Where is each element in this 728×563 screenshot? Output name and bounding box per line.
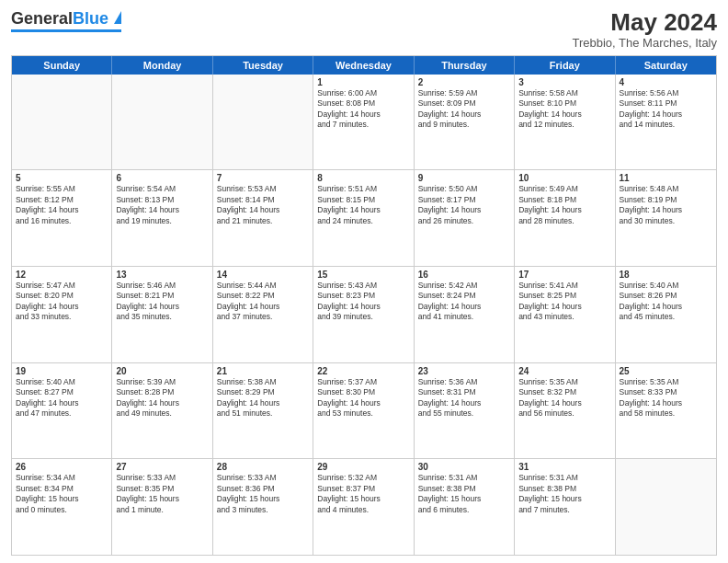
cell-text: Sunset: 8:09 PM [418,98,510,109]
cell-text: Daylight: 14 hours [620,398,712,408]
cell-text: Sunrise: 5:40 AM [16,377,108,387]
calendar-body: 1Sunrise: 6:00 AMSunset: 8:08 PMDaylight… [12,75,716,555]
day-number: 12 [16,270,108,280]
day-number: 15 [317,270,409,280]
calendar: SundayMondayTuesdayWednesdayThursdayFrid… [11,55,717,556]
cell-text: Daylight: 14 hours [16,398,108,408]
day-number: 5 [16,173,108,183]
cell-text: Daylight: 14 hours [116,205,208,215]
cell-text: Sunset: 8:19 PM [620,195,712,205]
cell-text: and 7 minutes. [518,505,610,515]
cell-text: Daylight: 14 hours [16,205,108,215]
cell-text: Sunrise: 6:00 AM [317,88,409,98]
page: General Blue May 2024 Trebbio, The March… [0,0,728,563]
cell-text: Sunrise: 5:43 AM [317,281,409,291]
day-number: 1 [317,77,409,87]
cell-text: Sunrise: 5:35 AM [620,377,712,387]
cell-text: and 35 minutes. [116,312,208,322]
day-cell-empty-4-6 [616,459,716,555]
logo-blue: Blue [73,9,121,29]
cell-text: Sunset: 8:13 PM [116,195,208,205]
cell-text: and 3 minutes. [217,505,309,515]
cell-text: Sunrise: 5:53 AM [217,184,309,194]
cell-text: Sunrise: 5:33 AM [116,473,208,483]
cell-text: and 28 minutes. [518,216,610,226]
cell-text: Sunrise: 5:50 AM [418,184,510,194]
day-cell-13: 13Sunrise: 5:46 AMSunset: 8:21 PMDayligh… [112,267,212,362]
day-cell-22: 22Sunrise: 5:37 AMSunset: 8:30 PMDayligh… [313,363,414,459]
day-cell-16: 16Sunrise: 5:42 AMSunset: 8:24 PMDayligh… [415,267,515,362]
day-cell-5: 5Sunrise: 5:55 AMSunset: 8:12 PMDaylight… [12,170,112,266]
cell-text: and 47 minutes. [16,408,108,419]
cell-text: Sunrise: 5:32 AM [317,473,409,483]
cell-text: Sunset: 8:37 PM [317,484,409,494]
cell-text: and 39 minutes. [317,312,409,322]
day-header-monday: Monday [112,56,212,75]
cell-text: Sunset: 8:34 PM [16,484,108,494]
day-cell-19: 19Sunrise: 5:40 AMSunset: 8:27 PMDayligh… [12,363,112,459]
day-number: 17 [518,270,610,280]
cell-text: Daylight: 15 hours [217,494,309,504]
day-cell-28: 28Sunrise: 5:33 AMSunset: 8:36 PMDayligh… [213,459,313,555]
day-header-friday: Friday [515,56,615,75]
cell-text: Daylight: 14 hours [620,302,712,312]
week-row-2: 12Sunrise: 5:47 AMSunset: 8:20 PMDayligh… [12,267,716,363]
day-cell-17: 17Sunrise: 5:41 AMSunset: 8:25 PMDayligh… [515,267,615,362]
day-number: 28 [217,462,309,472]
cell-text: Daylight: 14 hours [317,398,409,408]
day-cell-29: 29Sunrise: 5:32 AMSunset: 8:37 PMDayligh… [313,459,414,555]
cell-text: Sunset: 8:25 PM [518,291,610,301]
cell-text: and 0 minutes. [16,505,108,515]
logo: General Blue [11,9,121,32]
day-cell-7: 7Sunrise: 5:53 AMSunset: 8:14 PMDaylight… [213,170,313,266]
day-cell-12: 12Sunrise: 5:47 AMSunset: 8:20 PMDayligh… [12,267,112,362]
month-title: May 2024 [572,9,717,36]
day-cell-21: 21Sunrise: 5:38 AMSunset: 8:29 PMDayligh… [213,363,313,459]
cell-text: Sunset: 8:35 PM [116,484,208,494]
day-cell-20: 20Sunrise: 5:39 AMSunset: 8:28 PMDayligh… [112,363,212,459]
cell-text: and 30 minutes. [620,216,712,226]
cell-text: Daylight: 14 hours [317,302,409,312]
cell-text: and 26 minutes. [418,216,510,226]
cell-text: Sunrise: 5:40 AM [620,281,712,291]
cell-text: Sunrise: 5:38 AM [217,377,309,387]
cell-text: Daylight: 15 hours [116,494,208,504]
day-number: 3 [518,77,610,87]
day-number: 21 [217,366,309,376]
day-cell-empty-0-0 [12,75,112,170]
cell-text: and 49 minutes. [116,408,208,419]
day-cell-27: 27Sunrise: 5:33 AMSunset: 8:35 PMDayligh… [112,459,212,555]
cell-text: Daylight: 14 hours [217,205,309,215]
day-cell-9: 9Sunrise: 5:50 AMSunset: 8:17 PMDaylight… [415,170,515,266]
cell-text: Sunset: 8:38 PM [518,484,610,494]
cell-text: Daylight: 14 hours [116,302,208,312]
day-number: 24 [518,366,610,376]
title-area: May 2024 Trebbio, The Marches, Italy [572,9,717,50]
day-cell-3: 3Sunrise: 5:58 AMSunset: 8:10 PMDaylight… [515,75,615,170]
day-number: 2 [418,77,510,87]
cell-text: Sunrise: 5:31 AM [518,473,610,483]
day-number: 27 [116,462,208,472]
day-number: 16 [418,270,510,280]
cell-text: Daylight: 14 hours [518,109,610,120]
day-number: 26 [16,462,108,472]
cell-text: Daylight: 15 hours [16,494,108,504]
day-cell-1: 1Sunrise: 6:00 AMSunset: 8:08 PMDaylight… [313,75,414,170]
cell-text: Sunset: 8:18 PM [518,195,610,205]
week-row-0: 1Sunrise: 6:00 AMSunset: 8:08 PMDaylight… [12,75,716,171]
cell-text: and 53 minutes. [317,408,409,419]
cell-text: and 37 minutes. [217,312,309,322]
cell-text: Sunset: 8:28 PM [116,387,208,397]
cell-text: Sunrise: 5:44 AM [217,281,309,291]
cell-text: Sunrise: 5:47 AM [16,281,108,291]
cell-text: Sunrise: 5:49 AM [518,184,610,194]
day-cell-18: 18Sunrise: 5:40 AMSunset: 8:26 PMDayligh… [616,267,716,362]
cell-text: Sunrise: 5:37 AM [317,377,409,387]
day-number: 13 [116,270,208,280]
day-number: 11 [620,173,712,183]
day-cell-25: 25Sunrise: 5:35 AMSunset: 8:33 PMDayligh… [616,363,716,459]
cell-text: and 21 minutes. [217,216,309,226]
day-cell-24: 24Sunrise: 5:35 AMSunset: 8:32 PMDayligh… [515,363,615,459]
day-number: 25 [620,366,712,376]
cell-text: and 58 minutes. [620,408,712,419]
